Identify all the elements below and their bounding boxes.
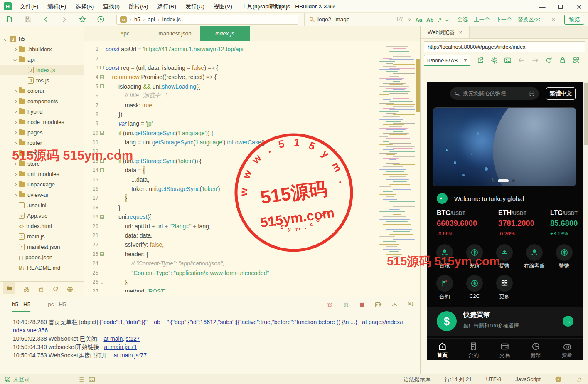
menu-item[interactable]: 文件(F) bbox=[16, 2, 42, 11]
new-terminal-icon[interactable] bbox=[375, 301, 382, 308]
files-view-tab[interactable] bbox=[3, 282, 15, 294]
debug-icon[interactable] bbox=[326, 301, 333, 308]
grid-item-提幣[interactable] bbox=[496, 244, 513, 261]
match-count-caret-icon[interactable]: ∨ bbox=[407, 16, 411, 22]
ticker-ETH[interactable]: ETH/USDT3781.2000-0.26% bbox=[498, 209, 534, 237]
navigate-forward-button[interactable] bbox=[60, 15, 68, 23]
log-source-link[interactable]: at main.js:127 bbox=[103, 335, 140, 342]
minimap[interactable] bbox=[379, 45, 415, 288]
lock-icon[interactable] bbox=[559, 57, 566, 64]
editor-tab-pc[interactable]: pc bbox=[100, 26, 150, 41]
tree-item-uview-ui[interactable]: uview-ui bbox=[0, 190, 84, 200]
webview-scrollbar-thumb[interactable] bbox=[584, 83, 588, 145]
terminal-status-icon[interactable] bbox=[89, 376, 95, 383]
code-area[interactable]: 1const apiUrl = 'https://417admin.1.haiw… bbox=[84, 41, 420, 292]
banner-carousel[interactable] bbox=[433, 108, 576, 186]
stop-icon[interactable] bbox=[359, 301, 366, 308]
tree-item-.hbuilderx[interactable]: .hbuilderx bbox=[0, 44, 84, 55]
find-option-2[interactable]: .* bbox=[438, 17, 441, 23]
find-option-3[interactable]: ≡ bbox=[445, 17, 449, 23]
menu-item[interactable]: 选择(S) bbox=[71, 2, 98, 11]
menu-item[interactable]: 工具(T) bbox=[237, 2, 264, 11]
find-option-0[interactable]: Aa bbox=[415, 17, 422, 23]
log-source-link[interactable]: at main.js:77 bbox=[114, 352, 147, 359]
tree-item-api[interactable]: api bbox=[0, 55, 84, 65]
tree-item-README.md[interactable]: M↓README.md bbox=[0, 263, 84, 273]
tree-item-store[interactable]: store bbox=[0, 159, 84, 169]
grid-item-幣幣[interactable] bbox=[556, 244, 573, 261]
phone-nav-資產[interactable]: 資產 bbox=[551, 339, 583, 359]
notification-bell-icon[interactable] bbox=[576, 376, 583, 383]
tree-item-hybrid[interactable]: hybrid bbox=[0, 107, 84, 117]
grid-item-資訊[interactable] bbox=[436, 244, 453, 261]
tree-item-pages.json[interactable]: [ ]pages.json bbox=[0, 252, 84, 263]
cursor-position[interactable]: 行:14 列:21 bbox=[445, 376, 472, 383]
device-select[interactable]: iPhone 6/7/8 bbox=[424, 55, 470, 66]
run-button[interactable] bbox=[97, 15, 105, 23]
save-button[interactable] bbox=[24, 15, 32, 23]
log-source-link[interactable]: at main.js:71 bbox=[104, 344, 137, 350]
menu-item[interactable]: 运行(R) bbox=[153, 2, 181, 11]
find-action-0[interactable]: 全选 bbox=[457, 16, 468, 22]
log-object-link[interactable]: {"code":1,"data":[{"__ob__":{"dep":{"id"… bbox=[100, 319, 357, 325]
editor-tab-manifest.json[interactable]: manifest.json bbox=[150, 26, 200, 41]
sync-view-icon[interactable] bbox=[52, 286, 59, 293]
fold-marker-icon[interactable]: – bbox=[98, 215, 106, 219]
language-mode[interactable]: JavaScript bbox=[515, 376, 541, 382]
tree-item-main.js[interactable]: Jmain.js bbox=[0, 231, 84, 242]
quick-buy-card[interactable]: $ 快捷買幣 銀行轉賬和100多種選擇 → bbox=[427, 307, 583, 336]
breadcrumb[interactable]: u ›h5›api›index.js bbox=[116, 15, 298, 25]
fold-marker-icon[interactable]: – bbox=[98, 159, 106, 163]
syntax-hint-lib[interactable]: 语法提示库 bbox=[403, 376, 431, 383]
carousel-dot[interactable] bbox=[492, 179, 495, 182]
tree-item-components[interactable]: components bbox=[0, 96, 84, 107]
fold-marker-icon[interactable]: – bbox=[98, 66, 106, 69]
console-tab-pc - H5[interactable]: pc - H5 bbox=[48, 297, 66, 312]
browser-tab[interactable]: Web浏览器 × bbox=[421, 26, 470, 38]
find-action-3[interactable]: 替换区<< bbox=[518, 16, 540, 22]
qr-code-icon[interactable] bbox=[573, 57, 580, 64]
tree-item-h5[interactable]: uh5 bbox=[0, 34, 84, 44]
phone-nav-交易[interactable]: 交易 bbox=[489, 339, 520, 359]
carousel-dot[interactable] bbox=[512, 179, 515, 182]
maximize-button[interactable] bbox=[557, 3, 564, 10]
phone-nav-合約[interactable]: 合約 bbox=[458, 339, 489, 359]
tree-item-.user.ini[interactable]: .user.ini bbox=[0, 200, 84, 211]
tree-item-manifest.json[interactable]: *manifest.json bbox=[0, 242, 84, 252]
tree-item-node_modules[interactable]: node_modules bbox=[0, 117, 84, 127]
scan-icon[interactable] bbox=[529, 91, 535, 97]
grid-item-在線客服[interactable] bbox=[526, 244, 543, 261]
announcement-row[interactable]: Welcome to turkey global bbox=[437, 193, 524, 204]
ticker-BTC[interactable]: BTC/USDT66039.6000-0.66% bbox=[437, 209, 477, 237]
tree-item-colorui[interactable]: colorui bbox=[0, 86, 84, 96]
fold-marker-icon[interactable]: – bbox=[98, 252, 106, 256]
fold-marker-icon[interactable]: – bbox=[98, 168, 106, 172]
tree-item-router[interactable]: router bbox=[0, 138, 84, 148]
find-action-1[interactable]: 上一个 bbox=[474, 16, 490, 22]
login-status[interactable]: 未登录 bbox=[5, 376, 30, 383]
search-view-icon[interactable] bbox=[23, 286, 30, 293]
coin-search-input[interactable]: 搜索您關心的幣種 bbox=[450, 87, 539, 100]
url-input[interactable]: http://localhost:8080/#/pages/index/inde… bbox=[424, 41, 585, 52]
menu-item[interactable]: 帮助(Y) bbox=[265, 2, 292, 11]
tree-item-index.js[interactable]: Jindex.js bbox=[0, 65, 84, 75]
webview-scrollbar[interactable] bbox=[583, 82, 588, 360]
tree-item-static[interactable]: static bbox=[0, 148, 84, 159]
menu-item[interactable]: 查找(I) bbox=[99, 2, 124, 11]
debug-view-icon[interactable] bbox=[37, 286, 44, 293]
refresh-icon[interactable] bbox=[545, 57, 553, 64]
open-external-icon[interactable] bbox=[477, 57, 484, 64]
editor-scrollbar[interactable] bbox=[416, 59, 420, 112]
tree-item-tos.js[interactable]: Jtos.js bbox=[0, 75, 84, 86]
tree-item-unpackage[interactable]: unpackage bbox=[0, 179, 84, 190]
close-panel-icon[interactable] bbox=[407, 301, 414, 308]
close-button[interactable]: × bbox=[575, 3, 583, 10]
arrow-right-icon[interactable]: → bbox=[563, 316, 573, 327]
menu-item[interactable]: 发行(U) bbox=[181, 2, 209, 11]
breadcrumb-item[interactable]: api bbox=[148, 16, 155, 22]
browser-back-icon[interactable] bbox=[518, 57, 525, 64]
browser-forward-icon[interactable] bbox=[531, 57, 539, 64]
navigate-back-button[interactable] bbox=[42, 15, 50, 23]
phone-nav-新幣[interactable]: 新幣 bbox=[520, 339, 551, 359]
tree-item-App.vue[interactable]: VApp.vue bbox=[0, 211, 84, 221]
